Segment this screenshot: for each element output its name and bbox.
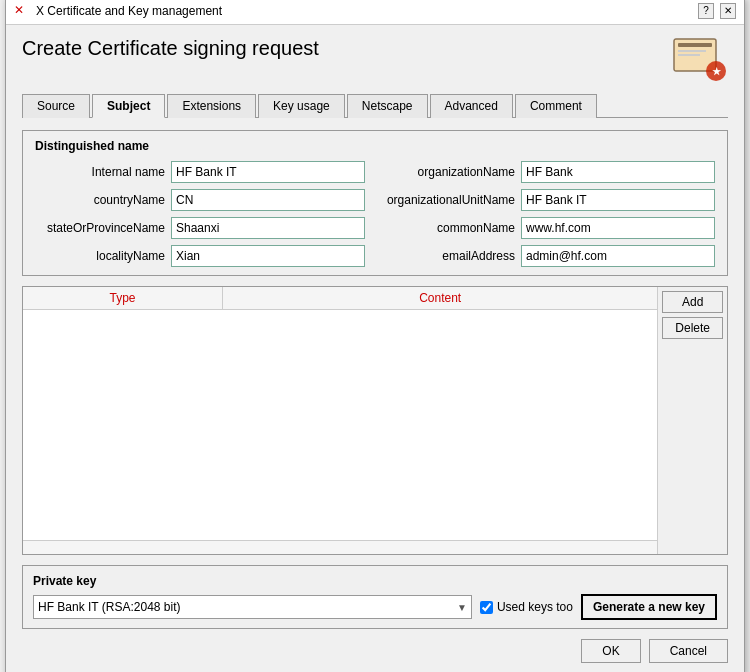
title-bar: ✕ X Certificate and Key management ? ✕	[6, 0, 744, 25]
certificate-icon: ★	[672, 37, 728, 83]
key-dropdown[interactable]: HF Bank IT (RSA:2048 bit) ▼	[33, 595, 472, 619]
window-icon: ✕	[14, 3, 30, 19]
type-content-table: Type Content Add Delete	[22, 286, 728, 555]
delete-button[interactable]: Delete	[662, 317, 723, 339]
add-button[interactable]: Add	[662, 291, 723, 313]
key-dropdown-value: HF Bank IT (RSA:2048 bit)	[38, 600, 181, 614]
input-orgunit[interactable]	[521, 189, 715, 211]
input-country[interactable]	[171, 189, 365, 211]
main-window: ✕ X Certificate and Key management ? ✕ C…	[5, 0, 745, 672]
window-title: X Certificate and Key management	[36, 4, 698, 18]
tab-subject[interactable]: Subject	[92, 94, 165, 118]
dropdown-arrow-icon: ▼	[457, 602, 467, 613]
tab-advanced[interactable]: Advanced	[430, 94, 513, 118]
col-content: Content	[223, 287, 657, 309]
used-keys-checkbox[interactable]	[480, 601, 493, 614]
dn-section-label: Distinguished name	[35, 139, 715, 153]
input-org[interactable]	[521, 161, 715, 183]
input-state[interactable]	[171, 217, 365, 239]
field-row-org: organizationName	[385, 161, 715, 183]
dialog-footer: OK Cancel	[22, 639, 728, 663]
table-header: Type Content	[23, 287, 657, 310]
svg-rect-1	[678, 43, 712, 47]
close-button[interactable]: ✕	[720, 3, 736, 19]
col-type: Type	[23, 287, 223, 309]
svg-rect-2	[678, 50, 706, 52]
label-state: stateOrProvinceName	[35, 221, 165, 235]
label-org: organizationName	[385, 165, 515, 179]
label-internal-name: Internal name	[35, 165, 165, 179]
field-row-country: countryName	[35, 189, 365, 211]
dn-fields-right: organizationName organizationalUnitName …	[385, 161, 715, 267]
help-button[interactable]: ?	[698, 3, 714, 19]
used-keys-label: Used keys too	[497, 600, 573, 614]
label-locality: localityName	[35, 249, 165, 263]
private-key-row: HF Bank IT (RSA:2048 bit) ▼ Used keys to…	[33, 594, 717, 620]
field-row-orgunit: organizationalUnitName	[385, 189, 715, 211]
dialog-header: Create Certificate signing request ★	[22, 37, 728, 83]
tab-bar: Source Subject Extensions Key usage Nets…	[22, 93, 728, 118]
table-body[interactable]	[23, 310, 657, 540]
input-email[interactable]	[521, 245, 715, 267]
svg-text:★: ★	[712, 66, 722, 77]
window-body: Create Certificate signing request ★ Sou…	[6, 25, 744, 672]
tab-netscape[interactable]: Netscape	[347, 94, 428, 118]
svg-rect-3	[678, 54, 700, 56]
distinguished-name-section: Distinguished name Internal name country…	[22, 130, 728, 276]
dialog-title: Create Certificate signing request	[22, 37, 319, 60]
label-common: commonName	[385, 221, 515, 235]
field-row-internal-name: Internal name	[35, 161, 365, 183]
cancel-button[interactable]: Cancel	[649, 639, 728, 663]
tab-key-usage[interactable]: Key usage	[258, 94, 345, 118]
input-internal-name[interactable]	[171, 161, 365, 183]
generate-key-button[interactable]: Generate a new key	[581, 594, 717, 620]
field-row-email: emailAddress	[385, 245, 715, 267]
dn-fields-left: Internal name countryName stateOrProvinc…	[35, 161, 365, 267]
tab-comment[interactable]: Comment	[515, 94, 597, 118]
private-key-section: Private key HF Bank IT (RSA:2048 bit) ▼ …	[22, 565, 728, 629]
label-email: emailAddress	[385, 249, 515, 263]
table-action-buttons: Add Delete	[657, 287, 727, 554]
dn-fields-grid: Internal name countryName stateOrProvinc…	[35, 161, 715, 267]
table-main: Type Content	[23, 287, 657, 554]
ok-button[interactable]: OK	[581, 639, 640, 663]
private-key-label: Private key	[33, 574, 717, 588]
horizontal-scrollbar[interactable]	[23, 540, 657, 554]
field-row-common: commonName	[385, 217, 715, 239]
tab-extensions[interactable]: Extensions	[167, 94, 256, 118]
label-orgunit: organizationalUnitName	[385, 193, 515, 207]
title-bar-controls: ? ✕	[698, 3, 736, 19]
field-row-locality: localityName	[35, 245, 365, 267]
used-keys-checkbox-label[interactable]: Used keys too	[480, 600, 573, 614]
tab-source[interactable]: Source	[22, 94, 90, 118]
input-common[interactable]	[521, 217, 715, 239]
input-locality[interactable]	[171, 245, 365, 267]
label-country: countryName	[35, 193, 165, 207]
field-row-state: stateOrProvinceName	[35, 217, 365, 239]
